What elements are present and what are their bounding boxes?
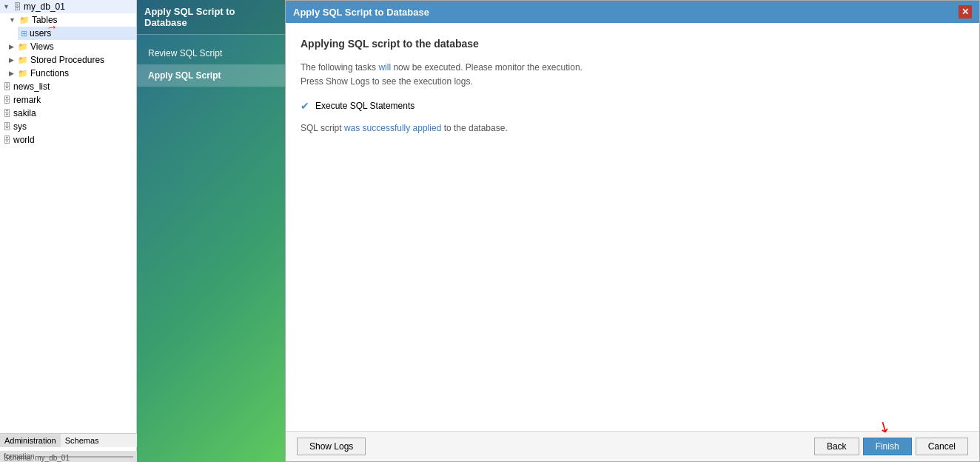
dialog-bottom: Show Logs Back Finish Cancel <box>286 431 979 461</box>
news-list-icon: 🗄 <box>3 82 11 91</box>
views-expander-icon: ▶ <box>9 43 14 50</box>
tables-expander-icon: ▼ <box>9 16 16 24</box>
sidebar-item-news-list[interactable]: 🗄 news_list <box>0 80 136 93</box>
check-icon: ✔ <box>301 100 309 112</box>
sidebar-item-users[interactable]: ⊞ users <box>18 27 136 40</box>
sidebar-schema-status: Schema: my_db_01 <box>0 452 137 462</box>
functions-expander-icon: ▶ <box>9 70 14 77</box>
dialog-btn-group: Back Finish Cancel <box>814 438 968 455</box>
sys-label: sys <box>13 121 27 132</box>
apply-sql-label: Apply SQL Script <box>148 70 221 81</box>
sidebar-bottom-tabs: Administration Schemas <box>0 433 137 447</box>
db-icon: 🗄 <box>13 2 21 11</box>
world-icon: 🗄 <box>3 135 11 144</box>
dialog-close-button[interactable]: ✕ <box>959 5 972 19</box>
news-list-label: news_list <box>13 81 50 92</box>
sidebar-tab-schemas[interactable]: Schemas <box>61 434 104 447</box>
show-logs-button[interactable]: Show Logs <box>297 438 366 455</box>
dialog-content-title: Applying SQL script to the database <box>301 38 964 50</box>
cancel-button[interactable]: Cancel <box>916 438 968 455</box>
dialog-menu-apply[interactable]: Apply SQL Script <box>137 64 285 87</box>
dialog-right-panel: Apply SQL Script to Database ✕ Applying … <box>285 0 980 462</box>
sidebar-item-tables[interactable]: ▼ 📁 Tables <box>6 13 136 27</box>
views-label: Views <box>30 41 54 52</box>
sidebar-item-world[interactable]: 🗄 world <box>0 133 136 147</box>
sakila-icon: 🗄 <box>3 109 11 118</box>
stored-procedures-icon: 📁 <box>18 56 28 65</box>
dialog-left-panel: Apply SQL Script to Database Review SQL … <box>137 0 285 462</box>
finish-button[interactable]: Finish <box>863 438 912 455</box>
sakila-label: sakila <box>13 108 36 118</box>
execute-label: Execute SQL Statements <box>315 101 415 111</box>
sidebar-subsection-tables: ⊞ users <box>6 27 136 40</box>
dialog-menu-review[interactable]: Review SQL Script <box>137 42 285 64</box>
red-arrow-users: → <box>45 20 59 36</box>
remark-icon: 🗄 <box>3 96 11 104</box>
sidebar-tab-administration[interactable]: Administration <box>0 434 61 447</box>
sidebar-item-sys[interactable]: 🗄 sys <box>0 120 136 133</box>
schema-status-label: Schema: my_db_01 <box>4 454 70 462</box>
back-button[interactable]: Back <box>814 438 859 455</box>
remark-label: remark <box>13 95 41 105</box>
sidebar-item-functions[interactable]: ▶ 📁 Functions <box>6 67 136 80</box>
sidebar-section-tables: ▼ 📁 Tables ⊞ users ▶ 📁 Views ▶ 📁 <box>0 13 136 80</box>
sidebar-item-db[interactable]: ▼ 🗄 my_db_01 <box>0 0 136 13</box>
will-link: will <box>378 62 391 73</box>
tables-folder-icon: 📁 <box>19 16 30 25</box>
functions-icon: 📁 <box>18 69 28 78</box>
sidebar: ▼ 🗄 my_db_01 ▼ 📁 Tables ⊞ users ▶ 📁 <box>0 0 137 462</box>
main-container: ▼ 🗄 my_db_01 ▼ 📁 Tables ⊞ users ▶ 📁 <box>0 0 980 462</box>
views-icon: 📁 <box>18 42 28 52</box>
dialog-title-bar: Apply SQL Script to Database ✕ <box>286 1 979 23</box>
db-expander-icon: ▼ <box>3 3 10 10</box>
success-text: SQL script was successfully applied to t… <box>301 123 964 133</box>
world-label: world <box>13 135 35 145</box>
dialog-overlay: Apply SQL Script to Database Review SQL … <box>137 0 980 462</box>
sys-icon: 🗄 <box>3 122 11 131</box>
dialog-left-menu: Review SQL Script Apply SQL Script <box>137 35 285 94</box>
execute-item: ✔ Execute SQL Statements <box>301 100 964 112</box>
sidebar-item-remark[interactable]: 🗄 remark <box>0 93 136 107</box>
db-name-label: my_db_01 <box>24 1 65 12</box>
review-sql-label: Review SQL Script <box>148 48 222 58</box>
dialog-content: Applying SQL script to the database The … <box>286 23 979 431</box>
stored-procedures-expander-icon: ▶ <box>9 56 14 64</box>
success-link: was successfully applied <box>344 123 441 133</box>
table-icon-users: ⊞ <box>21 29 27 38</box>
stored-procedures-label: Stored Procedures <box>30 55 104 65</box>
dialog-left-title: Apply SQL Script to Database <box>137 0 285 35</box>
sidebar-item-sakila[interactable]: 🗄 sakila <box>0 107 136 120</box>
content-area: Comments: 用户信息表 Column Name Datatype PK … <box>137 0 980 462</box>
dialog-title-text: Apply SQL Script to Database <box>293 7 429 18</box>
sidebar-item-stored-procedures[interactable]: ▶ 📁 Stored Procedures <box>6 53 136 67</box>
functions-label: Functions <box>30 68 69 78</box>
dialog-info-text: The following tasks will now be executed… <box>301 61 964 89</box>
sidebar-item-views[interactable]: ▶ 📁 Views <box>6 40 136 53</box>
